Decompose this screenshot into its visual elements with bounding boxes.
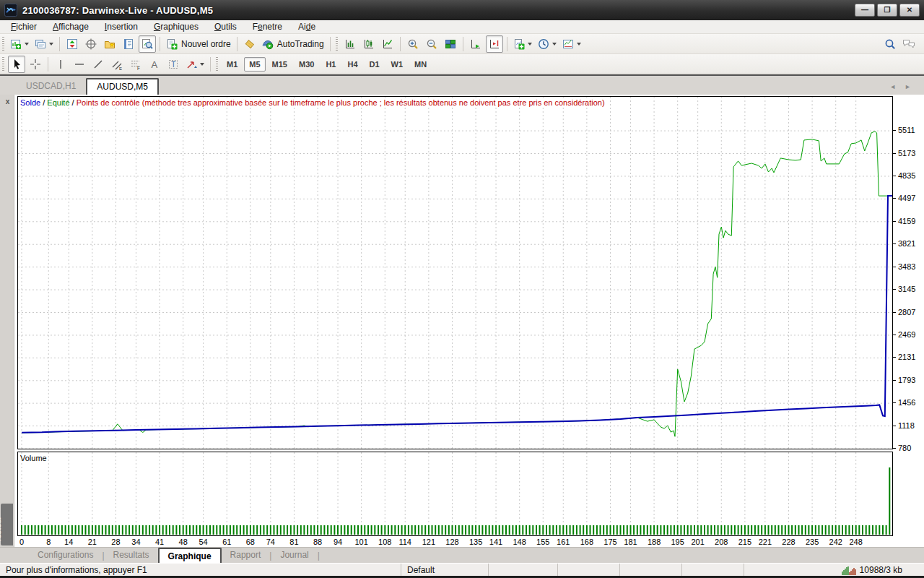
tester-tab-graphique[interactable]: Graphique <box>158 548 222 564</box>
profiles-button[interactable] <box>32 35 56 53</box>
equidistant-channel-button[interactable]: E <box>108 56 126 73</box>
volume-bar <box>159 525 160 535</box>
menu-item-affichage[interactable]: Affichage <box>45 20 97 33</box>
timeframe-mn-button[interactable]: MN <box>409 57 432 72</box>
tester-side-tab-label: Testeur <box>0 506 2 543</box>
volume-bar <box>566 525 567 535</box>
x-tick-label: 54 <box>194 538 213 546</box>
volume-bar <box>186 525 187 535</box>
x-tick-label: 168 <box>578 538 596 546</box>
crosshair-button[interactable] <box>27 56 44 73</box>
timeframe-h4-button[interactable]: H4 <box>342 57 362 72</box>
fibonacci-button[interactable]: F <box>127 56 144 73</box>
timeframe-m30-button[interactable]: M30 <box>294 57 319 72</box>
bar-chart-button[interactable] <box>341 35 359 53</box>
volume-bar <box>580 525 581 535</box>
indicators-button[interactable] <box>511 35 534 53</box>
zoom-out-button[interactable] <box>423 35 440 53</box>
chat-button[interactable] <box>900 35 918 53</box>
horizontal-line-button[interactable] <box>71 56 88 73</box>
trendline-button[interactable] <box>90 56 107 73</box>
chart-tab-audusd-m5[interactable]: AUDUSD,M5 <box>86 78 159 95</box>
timeframe-m1-button[interactable]: M1 <box>222 57 243 72</box>
x-tick-label: 14 <box>59 538 78 546</box>
tester-side-tab[interactable]: Testeur <box>1 504 13 545</box>
periods-button[interactable] <box>536 35 559 53</box>
data-window-button[interactable] <box>82 35 100 53</box>
navigator-button[interactable] <box>101 35 118 53</box>
volume-bar <box>707 525 709 535</box>
menu-item-aide[interactable]: Aide <box>290 20 323 33</box>
x-tick-label: 0 <box>12 538 31 546</box>
timeframe-w1-button[interactable]: W1 <box>386 57 409 72</box>
timeframe-m15-button[interactable]: M15 <box>267 57 292 72</box>
chart-tab-usdcad-h1[interactable]: USDCAD,H1 <box>16 78 86 95</box>
auto-scroll-button[interactable] <box>467 35 484 53</box>
menu-item-insertion[interactable]: Insertion <box>97 20 146 33</box>
terminal-button[interactable] <box>120 35 137 53</box>
candlestick-chart-button[interactable] <box>360 35 378 53</box>
toolbar-grip[interactable] <box>2 57 4 72</box>
volume-bar <box>105 525 107 535</box>
timeframe-d1-button[interactable]: D1 <box>365 57 385 72</box>
toolbar-grip[interactable] <box>336 37 338 51</box>
tile-windows-button[interactable] <box>442 35 459 53</box>
text-label-button[interactable]: T <box>165 56 182 73</box>
menu-item-graphiques[interactable]: Graphiques <box>146 20 206 33</box>
line-chart-button[interactable] <box>379 35 396 53</box>
toolbar-separator <box>59 37 60 51</box>
tab-scroll-arrows[interactable]: ◄► <box>889 83 920 90</box>
volume-bar <box>41 525 43 535</box>
tester-tab-rapport[interactable]: Rapport <box>222 548 270 563</box>
volume-bar <box>294 525 295 535</box>
new-order-button[interactable]: Nouvel ordre <box>164 35 233 53</box>
volume-bar <box>401 525 403 535</box>
volume-bar <box>828 525 829 535</box>
legend-solde: Solde <box>20 98 40 107</box>
volume-bar <box>570 525 571 535</box>
trendline-icon <box>92 59 104 70</box>
volume-bar <box>287 525 288 535</box>
y-tick-label: 4497 <box>898 194 915 202</box>
legend-separator: / <box>40 98 47 107</box>
autotrading-button[interactable]: AutoTrading <box>260 35 326 53</box>
legend-equite: Equité <box>47 98 69 107</box>
volume-bar <box>223 525 225 535</box>
menu-item-fenetre[interactable]: Fenetre <box>245 20 290 33</box>
y-tick-mark <box>893 289 896 290</box>
search-button[interactable] <box>881 35 899 53</box>
cursor-button[interactable] <box>8 56 25 73</box>
timeframe-h1-button[interactable]: H1 <box>321 57 341 72</box>
volume-bar <box>307 525 308 535</box>
new-chart-button[interactable] <box>8 35 31 53</box>
vertical-line-button[interactable] <box>52 56 69 73</box>
text-button[interactable]: A <box>146 56 163 73</box>
templates-button[interactable] <box>560 35 583 53</box>
tester-close-icon[interactable]: x <box>3 97 12 106</box>
toolbar-grip[interactable] <box>216 57 218 72</box>
tester-tab-journal[interactable]: Journal <box>271 548 317 563</box>
tester-graph-pane[interactable]: Solde / Equité / Points de contrôle (mét… <box>17 96 893 449</box>
arrows-button[interactable] <box>183 56 206 73</box>
metaeditor-button[interactable] <box>241 35 258 53</box>
strategy-tester-button[interactable] <box>139 35 156 53</box>
volume-bar <box>432 525 433 535</box>
close-button[interactable]: ✕ <box>899 4 920 17</box>
series-equite <box>22 131 892 436</box>
x-tick-label: 155 <box>533 538 552 546</box>
menu-item-fichier[interactable]: Fichier <box>3 20 45 33</box>
toolbar-grip[interactable] <box>2 37 4 51</box>
tester-tab-configurations[interactable]: Configurations <box>29 548 102 563</box>
minimize-button[interactable]: — <box>855 4 875 17</box>
chart-shift-button[interactable] <box>486 35 503 53</box>
restore-button[interactable]: ❐ <box>877 4 897 17</box>
x-tick-label: 135 <box>466 538 485 546</box>
volume-bar <box>165 525 167 535</box>
timeframe-m5-button[interactable]: M5 <box>244 57 265 72</box>
menu-item-outils[interactable]: Outils <box>206 20 245 33</box>
zoom-in-button[interactable] <box>404 35 422 53</box>
tester-tab-resultats[interactable]: Resultats <box>105 548 158 563</box>
volume-pane[interactable]: Volume <box>17 452 893 536</box>
market-watch-button[interactable] <box>64 35 81 53</box>
indicators-icon <box>513 38 525 50</box>
